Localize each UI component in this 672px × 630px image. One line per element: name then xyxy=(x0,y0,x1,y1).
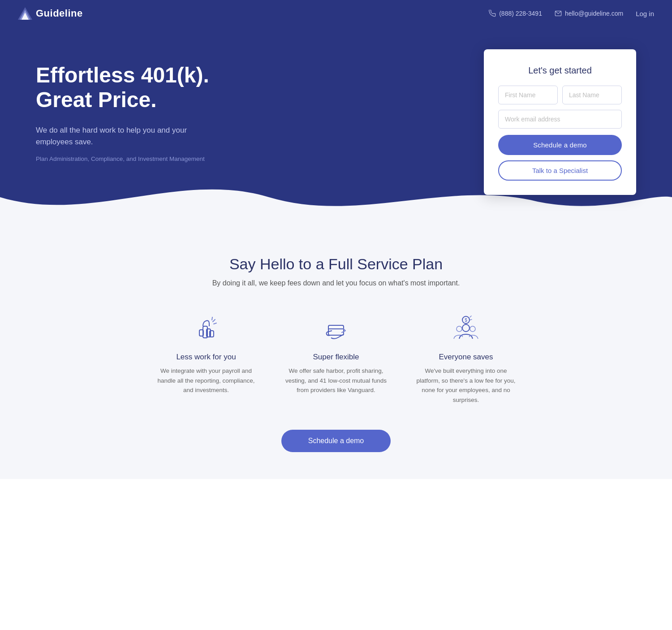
header-nav: (888) 228-3491 hello@guideline.com Log i… xyxy=(489,10,654,17)
feature-desc-flexible: We offer safe harbor, profit sharing, ve… xyxy=(284,366,388,395)
features-subtitle: By doing it all, we keep fees down and l… xyxy=(202,279,470,287)
email-address: hello@guideline.com xyxy=(565,10,623,17)
feature-name-saves: Everyone saves xyxy=(414,353,517,362)
header: Guideline (888) 228-3491 hello@guideline… xyxy=(0,0,672,27)
features-section: Say Hello to a Full Service Plan By doin… xyxy=(0,224,672,479)
feature-item-saves: $ Everyone saves We've built everything … xyxy=(414,312,517,405)
feature-desc-work: We integrate with your payroll and handl… xyxy=(155,366,258,395)
svg-line-10 xyxy=(212,317,212,320)
hero-heading-line1: Effortless 401(k). xyxy=(36,63,209,87)
hero-tagline: Plan Administration, Compliance, and Inv… xyxy=(36,155,484,162)
hero-heading: Effortless 401(k). Great Price. xyxy=(36,63,484,112)
svg-point-13 xyxy=(462,324,470,332)
svg-line-9 xyxy=(214,323,216,324)
logo-icon xyxy=(18,7,32,20)
signup-form-card: Let's get started Schedule a demo Talk t… xyxy=(484,49,636,195)
features-schedule-demo-button[interactable]: Schedule a demo xyxy=(281,430,391,452)
phone-icon xyxy=(489,10,496,17)
logo-text: Guideline xyxy=(36,8,83,19)
hero-section: Effortless 401(k). Great Price. We do al… xyxy=(0,27,672,224)
feature-name-work: Less work for you xyxy=(155,353,258,362)
features-grid: Less work for you We integrate with your… xyxy=(18,312,654,405)
features-cta: Schedule a demo xyxy=(18,430,654,452)
hand-point-icon xyxy=(190,312,222,345)
feature-name-flexible: Super flexible xyxy=(284,353,388,362)
svg-point-14 xyxy=(457,326,462,332)
talk-specialist-button[interactable]: Talk to a Specialist xyxy=(498,160,622,181)
last-name-input[interactable] xyxy=(562,86,622,104)
card-swipe-icon xyxy=(320,312,352,345)
svg-text:$: $ xyxy=(465,318,467,323)
hero-subtext: We do all the hard work to help you and … xyxy=(36,125,197,147)
people-dollar-icon: $ xyxy=(450,312,482,345)
svg-point-15 xyxy=(470,326,475,332)
email-contact[interactable]: hello@guideline.com xyxy=(555,10,623,17)
feature-item-work: Less work for you We integrate with your… xyxy=(155,312,258,405)
svg-line-8 xyxy=(213,319,215,322)
email-icon xyxy=(555,10,562,17)
first-name-input[interactable] xyxy=(498,86,558,104)
work-email-input[interactable] xyxy=(498,110,622,129)
logo[interactable]: Guideline xyxy=(18,7,83,20)
name-row xyxy=(498,86,622,104)
features-title: Say Hello to a Full Service Plan xyxy=(18,255,654,273)
schedule-demo-button[interactable]: Schedule a demo xyxy=(498,135,622,155)
svg-rect-11 xyxy=(328,325,344,335)
hero-content: Effortless 401(k). Great Price. We do al… xyxy=(36,54,484,162)
phone-contact[interactable]: (888) 228-3491 xyxy=(489,10,542,17)
phone-number: (888) 228-3491 xyxy=(499,10,542,17)
feature-desc-saves: We've built everything into one platform… xyxy=(414,366,517,405)
svg-line-19 xyxy=(470,319,472,320)
feature-item-flexible: Super flexible We offer safe harbor, pro… xyxy=(284,312,388,405)
svg-line-18 xyxy=(470,316,471,317)
form-title: Let's get started xyxy=(498,65,622,76)
login-button[interactable]: Log in xyxy=(636,10,654,17)
hero-heading-line2: Great Price. xyxy=(36,88,156,112)
